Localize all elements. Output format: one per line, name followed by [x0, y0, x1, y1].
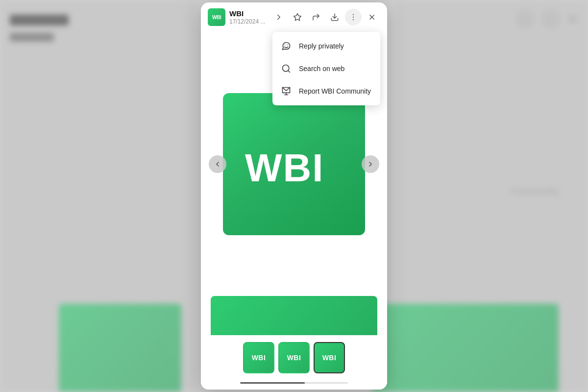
svg-text:WBI: WBI	[245, 146, 324, 189]
modal-overlay: WBI WBI 17/12/2024 ...	[0, 0, 588, 392]
progress-bar-area	[201, 378, 387, 390]
header-bar: WBI WBI 17/12/2024 ...	[201, 2, 387, 32]
reply-privately-label: Reply privately	[299, 42, 344, 50]
reply-privately-item[interactable]: Reply privately	[272, 35, 380, 57]
reply-privately-icon	[281, 41, 292, 51]
thumbnail-3[interactable]: WBI	[314, 342, 345, 373]
search-icon	[281, 64, 292, 74]
share-button[interactable]	[308, 9, 324, 25]
star-button[interactable]	[289, 9, 306, 25]
download-button[interactable]	[326, 9, 343, 25]
header-title: WBI	[229, 9, 267, 18]
search-on-web-label: Search on web	[299, 65, 344, 73]
prev-arrow-button[interactable]	[209, 155, 226, 173]
header-title-group: WBI 17/12/2024 ...	[229, 9, 267, 25]
thumbnail-2[interactable]: WBI	[278, 342, 310, 373]
svg-point-3	[353, 17, 354, 18]
svg-point-4	[353, 19, 354, 20]
header-actions	[270, 9, 380, 25]
next-arrow-button[interactable]	[362, 155, 379, 173]
phone-modal: WBI WBI 17/12/2024 ...	[201, 2, 387, 390]
progress-track	[240, 382, 348, 384]
header-subtitle: 17/12/2024 ...	[229, 18, 267, 25]
main-image-container: WBI	[223, 93, 365, 235]
progress-fill	[240, 382, 305, 384]
wbi-logo: WBI	[245, 140, 343, 189]
header-logo-box: WBI	[208, 8, 225, 26]
thumbnail-1[interactable]: WBI	[243, 342, 274, 373]
thumbnail-2-text: WBI	[287, 354, 301, 362]
report-label: Report WBI Community	[299, 87, 371, 95]
svg-point-2	[353, 14, 354, 15]
dropdown-menu: Reply privately Search on web	[272, 32, 380, 105]
more-button[interactable]	[345, 9, 362, 25]
search-on-web-item[interactable]: Search on web	[272, 57, 380, 80]
wbi-logo-svg: WBI	[245, 140, 343, 189]
green-strip	[211, 296, 377, 335]
report-icon	[281, 86, 292, 96]
thumbnail-1-text: WBI	[252, 354, 266, 362]
svg-marker-0	[294, 14, 301, 21]
report-item[interactable]: Report WBI Community	[272, 80, 380, 102]
bottom-section: WBI WBI WBI	[201, 296, 387, 390]
header-logo-text: WBI	[212, 15, 221, 20]
forward-button[interactable]	[270, 9, 287, 25]
thumbnail-3-text: WBI	[322, 354, 337, 362]
thumbnail-strip: WBI WBI WBI	[201, 335, 387, 378]
svg-line-10	[288, 71, 290, 73]
close-button[interactable]	[364, 9, 380, 25]
